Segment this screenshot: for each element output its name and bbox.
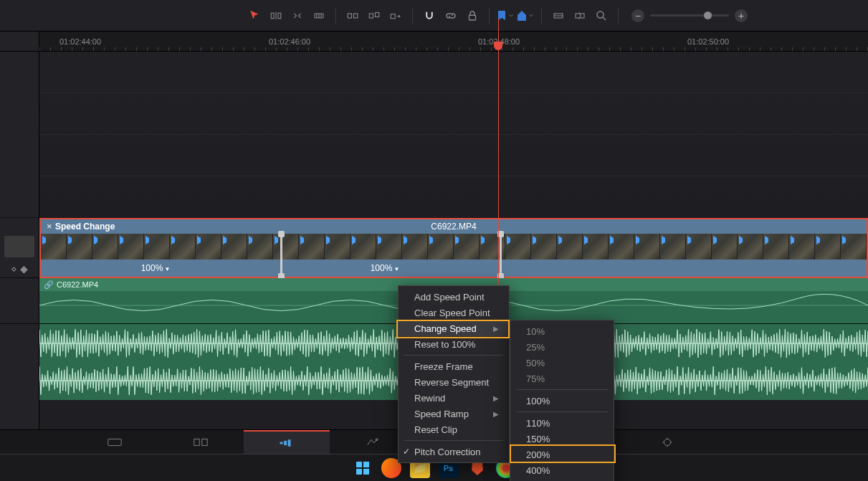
svg-rect-10	[376, 12, 379, 16]
overwrite-a-tool[interactable]	[343, 6, 362, 25]
ruler-timecode: 01:02:44:00	[59, 32, 101, 51]
video-track-header[interactable]: ⋄ ◆	[0, 218, 39, 278]
track-thumbnail	[4, 236, 34, 257]
mode-trim[interactable]	[158, 430, 244, 454]
mode-clip[interactable]	[72, 430, 158, 454]
speed-option[interactable]: 50%	[510, 355, 614, 371]
clip-filename: C6922.MP4	[41, 222, 867, 232]
menu-item[interactable]: Speed Ramp▶	[399, 406, 509, 422]
blade-range-tool[interactable]	[267, 6, 285, 25]
svg-rect-1	[278, 13, 281, 19]
link-toggle[interactable]	[442, 6, 460, 25]
audio-track-1-header[interactable]	[0, 278, 39, 324]
ruler-timecode: 01:02:50:00	[687, 32, 729, 51]
speed-option[interactable]: 100%	[510, 393, 614, 409]
speed-point-handle[interactable]	[500, 234, 502, 277]
menu-item[interactable]: Reset to 100%	[399, 336, 509, 352]
link-icon: 🔗	[44, 280, 54, 290]
speed-point-handle[interactable]	[280, 234, 282, 277]
flag-dropdown[interactable]	[517, 10, 534, 22]
svg-point-16	[597, 11, 604, 18]
replace-tool[interactable]	[386, 6, 405, 25]
menu-item[interactable]: Change Speed▶	[399, 320, 509, 336]
speed-option[interactable]: 150%	[510, 431, 614, 447]
menu-item[interactable]: Freeze Frame	[399, 358, 509, 374]
pointer-tool[interactable]	[245, 6, 264, 25]
mode-speed[interactable]	[244, 430, 330, 454]
speed-option[interactable]: 25%	[510, 339, 614, 355]
clip-thumbnails	[41, 234, 867, 259]
svg-rect-22	[284, 440, 287, 444]
marker-dropdown[interactable]	[497, 10, 514, 22]
ruler-timecode: 01:02:46:00	[269, 32, 310, 51]
taskbar-windows[interactable]	[353, 458, 373, 478]
svg-rect-7	[348, 14, 351, 18]
empty-track-area	[39, 52, 868, 218]
svg-rect-23	[288, 439, 291, 446]
overwrite-b-tool[interactable]	[365, 6, 383, 25]
zoom-slider[interactable]: − +	[631, 9, 748, 22]
speed-option[interactable]: 400%	[510, 462, 614, 478]
svg-rect-19	[194, 439, 199, 445]
speed-option[interactable]: 75%	[510, 371, 614, 386]
expand-icon[interactable]: ⋄	[11, 263, 17, 275]
insert-mode[interactable]	[310, 6, 328, 25]
audio-filename: C6922.MP4	[57, 280, 98, 289]
blade-tool[interactable]	[288, 6, 307, 25]
zoom-out-button[interactable]: −	[631, 9, 644, 22]
menu-item[interactable]: ✓Pitch Correction	[399, 444, 509, 459]
svg-rect-11	[391, 14, 395, 18]
speed-option[interactable]: 10%	[510, 323, 614, 339]
svg-rect-12	[469, 15, 476, 20]
svg-line-17	[603, 17, 606, 20]
speed-segment-label[interactable]: 100%▼	[41, 263, 270, 273]
playhead[interactable]	[494, 42, 502, 50]
timeline-toolbar: − +	[0, 0, 868, 32]
menu-item[interactable]: Add Speed Point	[399, 289, 509, 305]
speed-option[interactable]: 800%	[510, 478, 614, 481]
menu-item[interactable]: Clear Speed Point	[399, 305, 509, 320]
svg-rect-0	[271, 13, 274, 19]
svg-rect-8	[354, 14, 358, 18]
range-out-tool[interactable]	[571, 6, 589, 25]
keyframe-icon[interactable]: ◆	[20, 263, 28, 275]
range-in-tool[interactable]	[549, 6, 568, 25]
menu-item[interactable]: Reset Clip	[399, 422, 509, 437]
menu-item[interactable]: Rewind▶	[399, 390, 509, 406]
video-track[interactable]: C6922.MP4 ✕Speed Change 100%▼100%▼	[39, 218, 868, 278]
speed-bar[interactable]: 100%▼100%▼	[41, 259, 867, 277]
retime-context-menu: Add Speed PointClear Speed PointChange S…	[398, 285, 510, 463]
search-tool[interactable]	[592, 6, 611, 25]
svg-point-25	[664, 439, 670, 445]
speed-option[interactable]: 200%	[510, 447, 614, 462]
svg-rect-29	[363, 469, 369, 475]
zoom-in-button[interactable]: +	[735, 9, 748, 22]
svg-rect-21	[280, 442, 283, 444]
track-headers: ⋄ ◆	[0, 52, 39, 429]
mode-deliver[interactable]	[646, 430, 689, 454]
svg-rect-18	[108, 439, 121, 445]
change-speed-submenu: 10%25%50%75%100%110%150%200%400%800%	[510, 320, 614, 481]
svg-rect-28	[356, 469, 362, 475]
speed-option[interactable]: 110%	[510, 415, 614, 431]
snap-toggle[interactable]	[420, 6, 439, 25]
video-clip[interactable]: C6922.MP4 ✕Speed Change 100%▼100%▼	[39, 218, 868, 278]
lock-toggle[interactable]	[463, 6, 482, 25]
timeline-ruler[interactable]: 01:02:44:0001:02:46:0001:02:48:0001:02:5…	[0, 32, 868, 52]
svg-rect-20	[202, 439, 207, 445]
audio-track-2-header[interactable]	[0, 324, 39, 400]
svg-rect-9	[369, 14, 373, 18]
menu-item[interactable]: Reverse Segment	[399, 374, 509, 390]
speed-segment-label[interactable]: 100%▼	[270, 263, 500, 273]
svg-rect-27	[363, 462, 369, 467]
svg-rect-26	[356, 462, 362, 467]
